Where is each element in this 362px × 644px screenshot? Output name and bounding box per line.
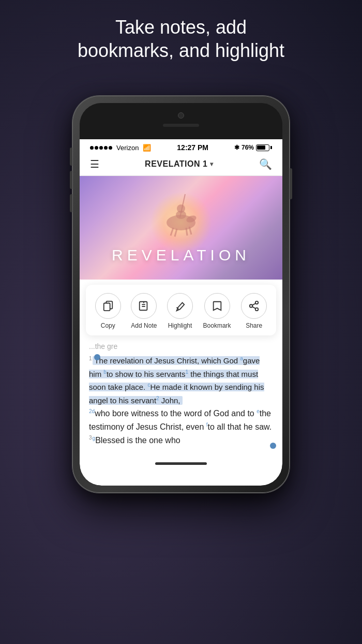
battery-fill: [257, 145, 265, 150]
highlight-button[interactable]: Highlight: [167, 293, 193, 329]
svg-point-17: [250, 304, 253, 308]
bookmark-label: Bookmark: [203, 322, 231, 329]
svg-line-5: [171, 228, 173, 236]
camera-dot: [178, 112, 184, 119]
svg-rect-10: [104, 303, 110, 311]
nav-bar: ☰ REVELATION 1 ▾ 🔍: [80, 154, 282, 176]
bookmark-button[interactable]: Bookmark: [203, 293, 231, 329]
warrior-silhouette-icon: [160, 184, 202, 241]
verse-num-1: 1: [89, 356, 92, 361]
signal-dot-3: [99, 146, 103, 150]
selection-handle-bottom: [270, 443, 276, 449]
phone-top-bar: [80, 103, 282, 139]
signal-dots: [90, 146, 112, 150]
revelation-banner: REVELATION: [80, 176, 282, 280]
toolbar-panel: Copy Add Note: [86, 285, 276, 335]
phone-bezel: Verizon 📶 12:27 PM ✱ 76%: [80, 103, 282, 486]
wifi-icon: 📶: [143, 144, 151, 152]
battery-body: [256, 144, 269, 151]
svg-line-20: [252, 303, 255, 305]
svg-point-16: [255, 301, 259, 304]
signal-dot-5: [109, 146, 112, 150]
signal-dot-2: [95, 146, 98, 150]
header-text: Take notes, add bookmarks, and highlight: [0, 16, 362, 62]
phone-screen: Verizon 📶 12:27 PM ✱ 76%: [80, 139, 282, 457]
carrier-label: Verizon: [116, 144, 139, 152]
add-note-icon: [131, 293, 157, 319]
status-time: 12:27 PM: [177, 143, 208, 152]
svg-line-7: [186, 228, 187, 236]
verse-partial-text: ...the gre: [89, 341, 273, 352]
bible-text-area: ...the gre 1 The revelation of Jesus Chr…: [80, 341, 282, 457]
add-note-button[interactable]: Add Note: [131, 293, 157, 329]
copy-label: Copy: [101, 322, 115, 329]
highlight-label: Highlight: [168, 322, 192, 329]
share-button[interactable]: Share: [241, 293, 267, 329]
svg-line-19: [252, 306, 255, 309]
status-right: ✱ 76%: [234, 144, 272, 151]
verse-text: 1 The revelation of Jesus Christ, which …: [89, 354, 273, 407]
copy-button[interactable]: Copy: [95, 293, 121, 329]
speaker-grille: [163, 124, 199, 127]
banner-title: REVELATION: [80, 246, 282, 264]
phone-device: Verizon 📶 12:27 PM ✱ 76%: [72, 96, 290, 493]
bluetooth-icon: ✱: [234, 144, 239, 151]
hamburger-menu-icon[interactable]: ☰: [90, 158, 99, 170]
status-left: Verizon 📶: [90, 144, 151, 152]
nav-chevron-icon: ▾: [210, 160, 214, 168]
copy-icon: [95, 293, 121, 319]
highlight-icon: [167, 293, 193, 319]
bible-verses: 1 The revelation of Jesus Christ, which …: [89, 354, 273, 447]
home-indicator[interactable]: [155, 462, 207, 465]
add-note-label: Add Note: [131, 322, 157, 329]
phone-bottom-bar: [80, 457, 282, 486]
phone-shell: Verizon 📶 12:27 PM ✱ 76%: [72, 96, 290, 493]
nav-title[interactable]: REVELATION 1 ▾: [145, 159, 214, 169]
verse-num-3: 3: [89, 435, 92, 441]
battery-percent: 76%: [242, 144, 254, 151]
share-icon: [241, 293, 267, 319]
signal-dot-1: [90, 146, 94, 150]
nav-title-text: REVELATION 1: [145, 159, 207, 169]
search-icon[interactable]: 🔍: [259, 158, 272, 170]
battery-indicator: [256, 144, 272, 151]
signal-dot-4: [104, 146, 108, 150]
status-bar: Verizon 📶 12:27 PM ✱ 76%: [80, 139, 282, 154]
selected-verse-text: The revelation of Jesus Christ, which Go…: [89, 356, 264, 405]
svg-point-18: [255, 308, 259, 311]
bookmark-icon: [204, 293, 230, 319]
svg-line-6: [175, 229, 177, 237]
share-label: Share: [246, 322, 262, 329]
battery-tip: [270, 146, 272, 149]
